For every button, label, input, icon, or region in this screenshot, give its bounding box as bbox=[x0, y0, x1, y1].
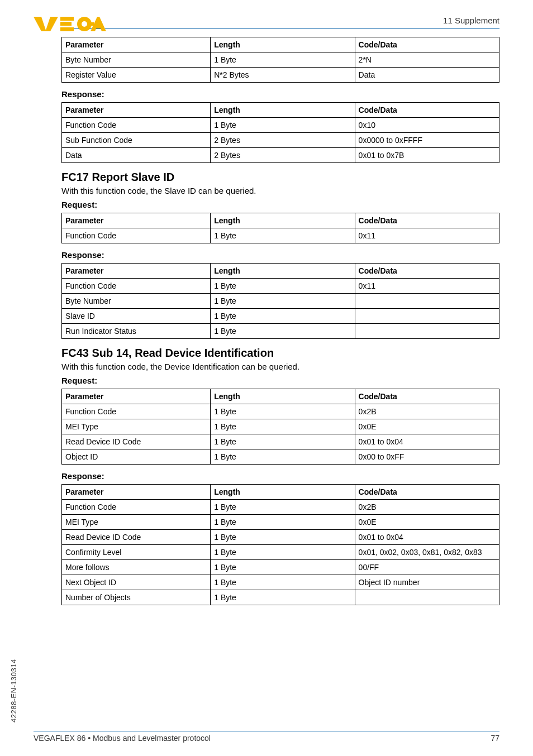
table-row: Run Indicator Status1 Byte bbox=[62, 324, 499, 339]
label-response: Response: bbox=[61, 250, 499, 260]
label-request: Request: bbox=[61, 200, 499, 209]
th: Parameter bbox=[62, 103, 211, 118]
svg-rect-4 bbox=[87, 22, 94, 26]
table-row: MEI Type1 Byte0x0E bbox=[62, 419, 499, 434]
th: Length bbox=[211, 485, 355, 500]
svg-rect-3 bbox=[60, 27, 74, 31]
svg-rect-1 bbox=[60, 17, 74, 21]
table-row: Function Code1 Byte0x2B bbox=[62, 404, 499, 419]
page-section-label: 11 Supplement bbox=[61, 16, 499, 28]
th: Length bbox=[211, 389, 355, 404]
vega-logo bbox=[34, 16, 106, 35]
table-response-1: Parameter Length Code/Data Function Code… bbox=[61, 102, 499, 163]
th: Code/Data bbox=[355, 103, 499, 118]
table-row: Function Code1 Byte0x11 bbox=[62, 228, 499, 243]
th: Code/Data bbox=[355, 213, 499, 228]
table-fc43-res: Parameter Length Code/Data Function Code… bbox=[61, 484, 499, 605]
table-fc43-req: Parameter Length Code/Data Function Code… bbox=[61, 389, 499, 465]
table-row: Next Object ID1 ByteObject ID number bbox=[62, 575, 499, 590]
table-row: Register ValueN*2 BytesData bbox=[62, 68, 499, 83]
th: Length bbox=[211, 213, 355, 228]
th: Parameter bbox=[62, 264, 211, 279]
label-response: Response: bbox=[61, 471, 499, 481]
table-row: Byte Number1 Byte2*N bbox=[62, 52, 499, 68]
th: Code/Data bbox=[355, 37, 499, 52]
heading-fc17: FC17 Report Slave ID bbox=[61, 171, 499, 184]
desc-fc17: With this function code, the Slave ID ca… bbox=[61, 186, 499, 195]
table-row: Number of Objects1 Byte bbox=[62, 590, 499, 605]
table-row: Confirmity Level1 Byte0x01, 0x02, 0x03, … bbox=[62, 545, 499, 560]
table-row: Function Code1 Byte0x2B bbox=[62, 500, 499, 515]
th: Parameter bbox=[62, 37, 211, 52]
page-number: 77 bbox=[491, 734, 499, 743]
table-row: Read Device ID Code1 Byte0x01 to 0x04 bbox=[62, 434, 499, 449]
th: Code/Data bbox=[355, 485, 499, 500]
th: Code/Data bbox=[355, 264, 499, 279]
svg-rect-2 bbox=[60, 22, 72, 26]
table-row: Object ID1 Byte0x00 to 0xFF bbox=[62, 449, 499, 465]
th: Length bbox=[211, 103, 355, 118]
table-row: Sub Function Code2 Bytes0x0000 to 0xFFFF bbox=[62, 133, 499, 148]
table-top: Parameter Length Code/Data Byte Number1 … bbox=[61, 37, 499, 83]
table-fc17-req: Parameter Length Code/Data Function Code… bbox=[61, 213, 499, 243]
table-row: Data2 Bytes0x01 to 0x7B bbox=[62, 148, 499, 163]
th: Parameter bbox=[62, 485, 211, 500]
label-response: Response: bbox=[61, 89, 499, 99]
table-row: Function Code1 Byte0x10 bbox=[62, 118, 499, 133]
table-row: Function Code1 Byte0x11 bbox=[62, 279, 499, 294]
th: Code/Data bbox=[355, 389, 499, 404]
desc-fc43: With this function code, the Device Iden… bbox=[61, 362, 499, 371]
th: Parameter bbox=[62, 213, 211, 228]
svg-marker-0 bbox=[34, 17, 58, 31]
th: Length bbox=[211, 37, 355, 52]
table-row: Read Device ID Code1 Byte0x01 to 0x04 bbox=[62, 530, 499, 545]
footer-divider bbox=[34, 731, 499, 731]
table-row: Slave ID1 Byte bbox=[62, 309, 499, 324]
th: Length bbox=[211, 264, 355, 279]
table-row: More follows1 Byte00/FF bbox=[62, 560, 499, 575]
footer: VEGAFLEX 86 • Modbus and Levelmaster pro… bbox=[34, 731, 499, 743]
label-request: Request: bbox=[61, 376, 499, 385]
table-row: MEI Type1 Byte0x0E bbox=[62, 515, 499, 530]
th: Parameter bbox=[62, 389, 211, 404]
table-fc17-res: Parameter Length Code/Data Function Code… bbox=[61, 263, 499, 339]
heading-fc43: FC43 Sub 14, Read Device Identification bbox=[61, 347, 499, 360]
footer-title: VEGAFLEX 86 • Modbus and Levelmaster pro… bbox=[34, 734, 211, 743]
table-row: Byte Number1 Byte bbox=[62, 294, 499, 309]
document-code: 42288-EN-130314 bbox=[9, 659, 18, 722]
header-divider bbox=[61, 28, 499, 29]
